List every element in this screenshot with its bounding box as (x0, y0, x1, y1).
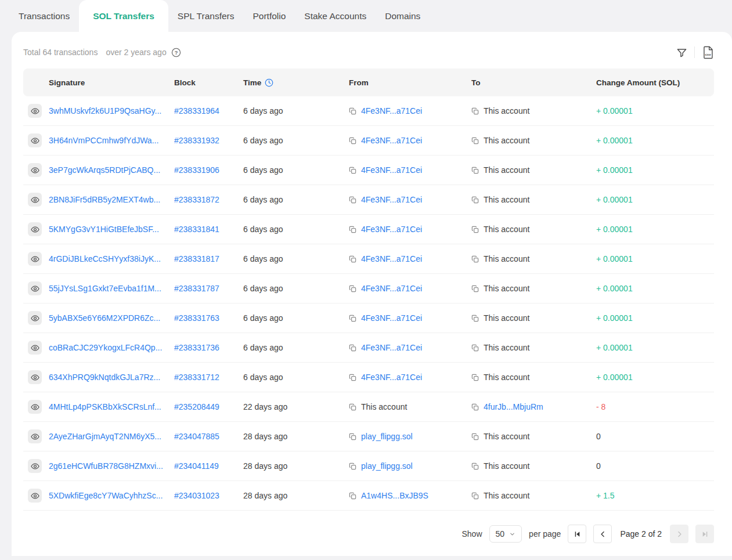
view-transaction-button[interactable] (28, 193, 42, 207)
copy-to-button[interactable] (471, 463, 479, 470)
tab-transactions[interactable]: Transactions (9, 0, 79, 32)
signature-link[interactable]: 2g61eHCWfuBR78G8HZMxvi... (49, 461, 163, 471)
tab-stake-accounts[interactable]: Stake Accounts (295, 0, 376, 32)
view-transaction-button[interactable] (28, 370, 42, 384)
signature-link[interactable]: 2BN8JiFr5dRB5y2MEXT4wb... (49, 195, 160, 204)
from-address[interactable]: 4Fe3NF...a71Cei (361, 195, 422, 204)
view-transaction-button[interactable] (28, 133, 42, 147)
signature-link[interactable]: 5XDwkfiEge8cY7WaCyhhzSc... (49, 491, 163, 500)
view-transaction-button[interactable] (28, 163, 42, 177)
copy-to-button[interactable] (471, 285, 479, 292)
filter-button[interactable] (676, 47, 687, 58)
block-link[interactable]: #238331787 (174, 284, 219, 293)
block-link[interactable]: #238331841 (174, 225, 219, 234)
view-transaction-button[interactable] (28, 489, 42, 503)
block-link[interactable]: #234041149 (174, 461, 219, 471)
copy-to-button[interactable] (471, 315, 479, 322)
clock-icon[interactable] (265, 78, 273, 87)
copy-from-button[interactable] (349, 315, 356, 322)
block-link[interactable]: #238331763 (174, 313, 219, 323)
copy-from-button[interactable] (349, 492, 356, 500)
from-address[interactable]: 4Fe3NF...a71Cei (361, 373, 422, 382)
block-link[interactable]: #238331906 (174, 165, 219, 175)
block-link[interactable]: #234047885 (174, 432, 219, 441)
copy-to-button[interactable] (471, 196, 479, 204)
copy-to-button[interactable] (471, 107, 479, 115)
from-address[interactable]: 4Fe3NF...a71Cei (361, 136, 422, 145)
view-transaction-button[interactable] (28, 104, 42, 118)
last-page-button[interactable] (695, 525, 714, 543)
copy-from-button[interactable] (349, 403, 356, 411)
to-address[interactable]: 4furJb...MbjuRm (484, 402, 543, 411)
from-address[interactable]: play_flipgg.sol (361, 432, 413, 441)
copy-from-button[interactable] (349, 344, 356, 352)
block-link[interactable]: #235208449 (174, 402, 219, 411)
copy-to-button[interactable] (471, 167, 479, 174)
from-address[interactable]: 4Fe3NF...a71Cei (361, 106, 422, 115)
view-transaction-button[interactable] (28, 341, 42, 355)
signature-link[interactable]: 3whMUskvf2k6U1P9QsaHGy... (49, 106, 161, 115)
signature-link[interactable]: 2AyeZHarGjmAyqT2NM6yX5... (49, 432, 161, 441)
from-address[interactable]: 4Fe3NF...a71Cei (361, 313, 422, 323)
copy-from-button[interactable] (349, 255, 356, 263)
copy-from-button[interactable] (349, 196, 356, 204)
block-link[interactable]: #238331872 (174, 195, 219, 204)
first-page-button[interactable] (568, 525, 586, 543)
from-address[interactable]: play_flipgg.sol (361, 461, 413, 471)
copy-to-button[interactable] (471, 403, 479, 411)
from-address[interactable]: 4Fe3NF...a71Cei (361, 225, 422, 234)
view-transaction-button[interactable] (28, 429, 42, 443)
copy-to-button[interactable] (471, 433, 479, 440)
signature-link[interactable]: 4rGDiJBLkeCcSHYyxf38iJyK... (49, 254, 161, 263)
signature-link[interactable]: 5ybABX5e6Y66M2XPDR6Zc... (49, 313, 160, 323)
copy-to-button[interactable] (471, 137, 479, 144)
copy-icon (349, 196, 356, 204)
view-transaction-button[interactable] (28, 222, 42, 236)
copy-from-button[interactable] (349, 285, 356, 292)
copy-from-button[interactable] (349, 433, 356, 440)
copy-to-button[interactable] (471, 344, 479, 352)
block-link[interactable]: #238331817 (174, 254, 219, 263)
export-csv-button[interactable]: csv (702, 46, 714, 59)
block-link[interactable]: #234031023 (174, 491, 219, 500)
next-page-button[interactable] (670, 525, 688, 543)
from-address[interactable]: 4Fe3NF...a71Cei (361, 165, 422, 175)
copy-from-button[interactable] (349, 137, 356, 144)
copy-from-button[interactable] (349, 226, 356, 233)
from-address[interactable]: 4Fe3NF...a71Cei (361, 284, 422, 293)
signature-link[interactable]: 55jJYsLSg1Gxkt7eEvba1f1M... (49, 284, 161, 293)
signature-link[interactable]: 4MHtLp4pPSKBbXkSCRsLnf... (49, 402, 161, 411)
copy-to-button[interactable] (471, 226, 479, 233)
signature-link[interactable]: 3eP7gcWkArqs5RDtPjCABQ... (49, 165, 160, 175)
signature-link[interactable]: 3H64nVmPCCmhw9fYdJWa... (49, 136, 158, 145)
block-link[interactable]: #238331964 (174, 106, 219, 115)
page-size-select[interactable]: 50 (489, 525, 522, 543)
tab-sol-transfers[interactable]: SOL Transfers (79, 0, 168, 32)
view-transaction-button[interactable] (28, 281, 42, 295)
block-link[interactable]: #238331932 (174, 136, 219, 145)
view-transaction-button[interactable] (28, 252, 42, 266)
copy-from-button[interactable] (349, 463, 356, 470)
copy-from-button[interactable] (349, 167, 356, 174)
previous-page-button[interactable] (593, 525, 612, 543)
signature-link[interactable]: 634XhPRQ9kNqtdkGJLa7Rz... (49, 373, 160, 382)
tab-spl-transfers[interactable]: SPL Transfers (168, 0, 244, 32)
tab-portfolio[interactable]: Portfolio (243, 0, 295, 32)
copy-from-button[interactable] (349, 374, 356, 381)
signature-link[interactable]: 5KMYgG3vY1HiGtBEfeJbSF... (49, 225, 159, 234)
view-transaction-button[interactable] (28, 459, 42, 473)
from-address[interactable]: 4Fe3NF...a71Cei (361, 343, 422, 352)
copy-to-button[interactable] (471, 374, 479, 381)
copy-to-button[interactable] (471, 492, 479, 500)
chevron-right-icon (676, 530, 683, 538)
copy-to-button[interactable] (471, 255, 479, 263)
view-transaction-button[interactable] (28, 400, 42, 414)
from-address[interactable]: 4Fe3NF...a71Cei (361, 254, 422, 263)
from-address[interactable]: A1w4HS...BxJB9S (361, 491, 428, 500)
signature-link[interactable]: coBRaCJC29YkogxLFcR4Qp... (49, 343, 162, 352)
copy-from-button[interactable] (349, 107, 356, 115)
view-transaction-button[interactable] (28, 311, 42, 325)
tab-domains[interactable]: Domains (376, 0, 430, 32)
block-link[interactable]: #238331736 (174, 343, 219, 352)
block-link[interactable]: #238331712 (174, 373, 219, 382)
